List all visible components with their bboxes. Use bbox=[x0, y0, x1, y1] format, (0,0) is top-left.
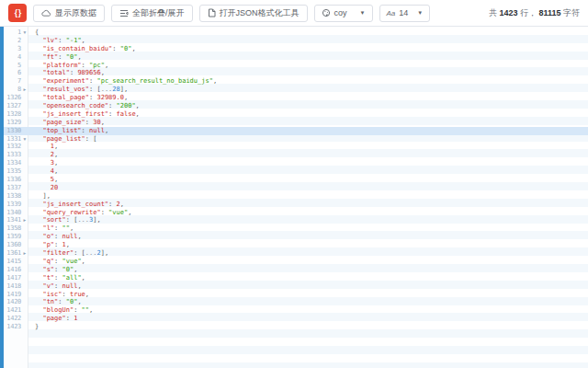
string-token: "-1" bbox=[66, 37, 82, 44]
palette-icon bbox=[322, 8, 331, 17]
line-number: 1419 bbox=[4, 291, 21, 299]
font-size-value: 14 bbox=[399, 8, 408, 17]
punctuation-token: , bbox=[128, 209, 131, 216]
code-text: "t": "all", bbox=[28, 274, 588, 282]
collapsed-count-token[interactable]: 28 bbox=[112, 86, 119, 93]
gutter-cell: 1329 bbox=[4, 119, 28, 127]
code-line: 1340 "query_rewrite": "vue", bbox=[4, 209, 588, 217]
gutter-cell: 1416 bbox=[4, 266, 28, 274]
line-number: 1420 bbox=[4, 298, 21, 306]
line-number: 1415 bbox=[4, 258, 21, 266]
punctuation-token: , bbox=[131, 45, 135, 52]
key-token: "ft" bbox=[42, 53, 58, 61]
code-text: "o": null, bbox=[28, 233, 588, 241]
fold-closed-icon[interactable]: ▸ bbox=[21, 86, 28, 94]
string-token: "" bbox=[62, 224, 70, 232]
chevron-down-icon: ▼ bbox=[417, 10, 423, 16]
gutter-cell: 6 bbox=[4, 69, 28, 77]
code-text: 2, bbox=[28, 151, 588, 159]
fold-closed-icon[interactable]: ▸ bbox=[21, 216, 28, 224]
cloud-icon bbox=[41, 9, 51, 17]
code-line: 1336 5, bbox=[4, 176, 588, 184]
gutter-cell: 1358 bbox=[4, 224, 28, 233]
punctuation-token: , bbox=[105, 62, 108, 69]
string-token: "0" bbox=[120, 45, 132, 52]
code-line: 1337 20 bbox=[4, 184, 588, 192]
gutter-cell: 1415 bbox=[4, 258, 28, 266]
code-text: "page_size": 30, bbox=[28, 119, 588, 127]
punctuation-token: : [ bbox=[66, 216, 78, 224]
status-text: 共 1423 行， 81115 字符 bbox=[489, 7, 580, 19]
string-token: "" bbox=[82, 306, 89, 314]
gutter-cell: 1338 bbox=[4, 192, 28, 201]
punctuation-token: : bbox=[54, 258, 62, 265]
code-text: "result_vos": [...28], bbox=[28, 86, 588, 94]
code-line: 1333 2, bbox=[4, 151, 588, 159]
punctuation-token: : bbox=[101, 209, 108, 216]
line-number: 6 bbox=[4, 69, 21, 77]
code-line: 1358 "l": "", bbox=[4, 224, 588, 233]
punctuation-token: , bbox=[54, 176, 58, 183]
code-text: "total_page": 32989.0, bbox=[28, 94, 588, 102]
code-line: 1421 "blogUn": "", bbox=[4, 306, 588, 315]
code-text: "q": "vue", bbox=[28, 258, 588, 266]
punctuation-token: ], bbox=[120, 86, 128, 93]
fold-open-icon[interactable]: ▾ bbox=[21, 29, 28, 37]
code-line: 1419 "isc": true, bbox=[4, 291, 588, 299]
line-number: 7 bbox=[4, 77, 21, 86]
open-json-format-tool-button[interactable]: 打开JSON格式化工具 bbox=[199, 5, 308, 22]
line-number: 1360 bbox=[4, 241, 21, 249]
lines-unit: 行， bbox=[517, 8, 538, 17]
punctuation-token: : [ bbox=[89, 86, 101, 93]
show-raw-data-button[interactable]: 显示原数据 bbox=[33, 5, 105, 22]
punctuation-token: , bbox=[54, 167, 58, 175]
line-number: 1332 bbox=[4, 143, 21, 151]
code-line: 2 "lv": "-1", bbox=[4, 37, 588, 45]
key-token: "experiment" bbox=[42, 77, 89, 85]
punctuation-token: , bbox=[136, 110, 140, 118]
gutter-cell: 1333 bbox=[4, 151, 28, 159]
key-token: "blogUn" bbox=[42, 306, 74, 314]
punctuation-token: ], bbox=[101, 249, 108, 257]
gutter-cell: 1336 bbox=[4, 176, 28, 184]
gutter-cell: 1327 bbox=[4, 102, 28, 110]
collapse-expand-all-label: 全部折叠/展开 bbox=[132, 7, 185, 19]
punctuation-token: : bbox=[54, 274, 62, 282]
null-token: null bbox=[89, 127, 105, 134]
gutter-cell: 4 bbox=[4, 53, 28, 62]
font-size-select[interactable]: Aa 14 ▼ bbox=[379, 5, 431, 22]
key-token: "page_size" bbox=[42, 119, 85, 126]
gutter-cell: 3 bbox=[4, 45, 28, 53]
collapse-expand-all-button[interactable]: 全部折叠/展开 bbox=[111, 5, 193, 22]
line-number: 1328 bbox=[4, 110, 21, 119]
punctuation-token: : bbox=[108, 102, 116, 109]
key-token: "top_list" bbox=[42, 127, 81, 134]
fold-open-icon[interactable]: ▾ bbox=[21, 135, 28, 144]
code-line: 1423} bbox=[4, 323, 588, 331]
gutter-cell: 1418 bbox=[4, 282, 28, 291]
code-text: { bbox=[28, 29, 588, 37]
punctuation-token: } bbox=[35, 323, 39, 330]
line-number: 1334 bbox=[4, 159, 21, 167]
gutter-cell: 1340 bbox=[4, 209, 28, 217]
line-number: 1 bbox=[4, 29, 21, 37]
string-token: "0" bbox=[62, 266, 74, 273]
collapse-icon bbox=[119, 9, 129, 17]
key-token: "o" bbox=[42, 233, 54, 240]
code-text: "p": 1, bbox=[28, 241, 588, 249]
punctuation-token: : bbox=[58, 298, 65, 305]
punctuation-token: , bbox=[70, 224, 74, 232]
gutter-cell: 5 bbox=[4, 62, 28, 70]
fold-closed-icon[interactable]: ▸ bbox=[21, 249, 28, 258]
null-token: null bbox=[62, 282, 78, 290]
code-line: 1339 "js_insert_count": 2, bbox=[4, 201, 588, 209]
gutter-cell: 1417 bbox=[4, 274, 28, 282]
line-number: 1337 bbox=[4, 184, 21, 192]
theme-select[interactable]: coy ▼ bbox=[314, 5, 373, 22]
string-token: "all" bbox=[62, 274, 82, 282]
gutter-cell: 8▸ bbox=[4, 86, 28, 94]
gutter-cell: 1361▸ bbox=[4, 249, 28, 258]
gutter-cell: 1326 bbox=[4, 94, 28, 102]
code-line: 5 "platform": "pc", bbox=[4, 62, 588, 70]
code-text: "js_insert_first": false, bbox=[28, 110, 588, 119]
